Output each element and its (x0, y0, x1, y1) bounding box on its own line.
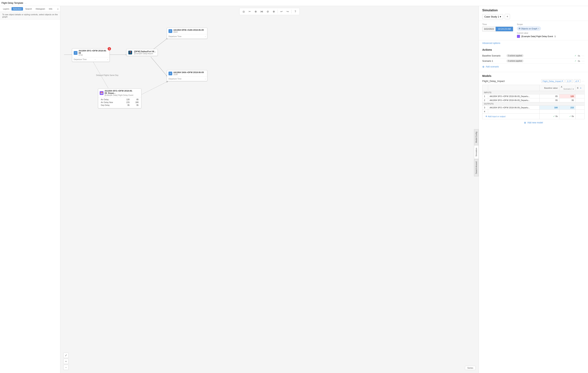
tab-simulation[interactable]: Simulation (474, 145, 479, 159)
help-button[interactable]: ? (293, 9, 298, 14)
node-aa1064-san-dfw[interactable]: ⇒ AA1064 SAN->DFW 2018-06-09 1538 Depart… (167, 70, 207, 81)
event-data-table: Arr Delay 120 85 Arr Delay New 215 180 D… (100, 98, 140, 107)
title-sep: ... (25, 2, 27, 4)
scenario-a-4 (559, 110, 576, 114)
series-button[interactable]: Series (465, 366, 476, 370)
close-tool-button[interactable]: ⊗ (271, 9, 276, 14)
flight-icon-2: ⇒ (168, 29, 172, 33)
time-input[interactable]: 10:24:23 AM (495, 27, 513, 31)
filter-tool-button[interactable]: ⊘ (265, 9, 271, 14)
case-study-row: Case Study 1 ▾ + (482, 14, 585, 19)
add-new-model-button[interactable]: ⊕ Add new model (482, 119, 585, 126)
add-case-button[interactable]: + (505, 14, 510, 19)
simulation-header: Simulation Case Study 1 ▾ + (479, 6, 588, 21)
time-scope-section: Time 3/22/2022 10:24:23 AM Scope ⊞ Objec… (479, 21, 588, 40)
row-num-1: 1 (483, 94, 488, 98)
branch-tool-button[interactable]: ⋈ (259, 9, 264, 14)
app-title: Flight Delay Template (1, 2, 23, 4)
models-title: Models (482, 74, 585, 77)
side-tabs: Model Config Simulation Search Around (474, 129, 479, 176)
model-select-arrow: ▾ (562, 80, 563, 82)
current-value-label: Current value (517, 32, 585, 34)
current-value-num: 1 (555, 35, 556, 38)
redo-button[interactable]: ↪ (285, 9, 290, 14)
output-row-4: 4 (483, 110, 585, 114)
expand-button[interactable]: ⤢ (63, 353, 69, 358)
tab-model-config[interactable]: Model Config (474, 129, 479, 145)
row-num-2: 2 (483, 98, 488, 102)
section-inputs-label-row: INPUTS (483, 91, 585, 94)
baseline-3: 180 (540, 106, 559, 110)
input-row-2: 2 AA1004 SFO->DFW 2018-06-09_Departu... … (483, 98, 585, 102)
add-io-button[interactable]: ⊕ Add input or output (484, 114, 538, 118)
model-more-button[interactable]: ··· (582, 80, 585, 83)
target-tool-button[interactable]: ◎ (241, 9, 246, 14)
model-config-select[interactable]: c0 ▾ (574, 79, 580, 83)
add-io-label: Add input or output (488, 115, 505, 118)
add-model-label: Add new model (527, 121, 543, 124)
departure-time-label: Departure Time (74, 58, 87, 61)
node-subtitle: 0732 (79, 54, 108, 56)
tab-search[interactable]: Search (24, 7, 33, 10)
node-title-3: AA1064 DFW->SAN 2018-06-09 (173, 29, 204, 31)
add-io-time2: ✓ 0s (559, 114, 576, 119)
add-scenario-icon: ⊕ (482, 65, 484, 68)
case-study-label: Case Study 1 (484, 15, 499, 18)
graph-canvas: ◎ ✂ ⊕ ⋈ ⊘ ⊗ ↩ ↪ ? (60, 6, 479, 373)
row-name-1: AA1004 SFO->DFW 2018-06-09_Departu... (488, 94, 540, 98)
zoom-out-button[interactable]: − (63, 365, 69, 370)
event-subtitle: [Example Data] Flight Delay Event (105, 94, 140, 96)
current-value-icon (517, 35, 520, 38)
collapse-panel-button[interactable]: « (57, 7, 59, 10)
baseline-scenario-name: Baseline Scenario (482, 54, 505, 57)
scope-tag-text: Objects on Graph (521, 28, 537, 30)
model-name-select[interactable]: Flight_Delay_Impact ▾ (541, 79, 565, 83)
table-row: Arr Delay 120 85 (100, 98, 140, 101)
node-title: AA1004 SFO->DFW 2018-06-09 (79, 50, 108, 54)
model-select-label: Flight_Delay_Impact (543, 80, 561, 82)
advanced-options-link[interactable]: Advanced options (479, 40, 588, 46)
tab-layers[interactable]: Layers (1, 7, 11, 10)
scenario1-more-button[interactable]: ··· (582, 60, 585, 62)
link-tool-button[interactable]: ⊕ (253, 9, 258, 14)
baseline-2: 95 (540, 98, 559, 102)
add-column-button[interactable]: + (580, 86, 581, 90)
zoom-in-button[interactable]: + (63, 359, 69, 364)
tab-search-around[interactable]: Search Around (474, 159, 479, 176)
model-version-select[interactable]: 2.2 ▾ (566, 79, 573, 83)
add-io-row: ⊕ Add input or output ✓ 0s ✓ 0s (483, 114, 585, 119)
tab-histogram[interactable]: Histogram (34, 7, 47, 10)
baseline-more-button[interactable]: ··· (582, 54, 585, 57)
node-flight-delay-event[interactable]: 📅 AA1004 SFO->DFW 2018-06-09_Depar... [E… (98, 89, 141, 108)
flight-icon-3: ⇒ (168, 72, 172, 75)
svg-line-4 (139, 81, 168, 95)
scissors-tool-button[interactable]: ✂ (247, 9, 252, 14)
scenario1-time: 0s (578, 60, 580, 62)
input-row-1: 1 AA1004 SFO->DFW 2018-06-09_Departu... … (483, 94, 585, 98)
current-value-section: Current value [Example Data] Flight Dela… (517, 32, 585, 38)
scenario-b-3 (575, 106, 584, 110)
tab-selection[interactable]: Selection (11, 7, 23, 10)
node-aa1064-dfw-san[interactable]: ⇒ AA1064 DFW->SAN 2018-06-09 0944 Depart… (167, 28, 207, 39)
time-label: Time (482, 23, 513, 25)
undo-button[interactable]: ↩ (279, 9, 284, 14)
scope-tag: ⊞ Objects on Graph × (517, 27, 541, 31)
node-title-4: AA1064 SAN->DFW 2018-06-09 (173, 71, 204, 73)
case-study-select[interactable]: Case Study 1 ▾ (482, 14, 503, 19)
node-dfw-airport[interactable]: 📍 [DFW] Dallas/Fort W... [Example Data] … (126, 49, 158, 56)
scope-tag-close-button[interactable]: × (538, 28, 539, 30)
add-model-icon: ⊕ (524, 121, 526, 124)
model-version-label: 2.2 (567, 80, 570, 82)
row-num-4: 4 (483, 110, 488, 114)
model-name: Flight_Delay_Impact (482, 80, 505, 83)
node-aa1004-sfo-dfw[interactable]: ⇒ AA1004 SFO->DFW 2018-06-09 0732 Depart… (72, 48, 110, 62)
left-panel: Layers Selection Search Histogram Info «… (0, 6, 60, 373)
tab-info[interactable]: Info (47, 7, 54, 10)
scenario-a-3: 215 (559, 106, 576, 110)
simulation-panel: Simulation Case Study 1 ▾ + Time 3/22/20… (479, 6, 588, 373)
output-row-3: 3 AA1004 SFO->DFW 2018-06-09_Departu... … (483, 106, 585, 110)
add-scenario-button[interactable]: ⊕ Add scenario (482, 64, 585, 70)
row-name-3: AA1004 SFO->DFW 2018-06-09_Departu... (488, 106, 540, 110)
date-input[interactable]: 3/22/2022 (482, 27, 495, 31)
event-title: AA1004 SFO->DFW 2018-06-09_Depar... (105, 90, 140, 94)
